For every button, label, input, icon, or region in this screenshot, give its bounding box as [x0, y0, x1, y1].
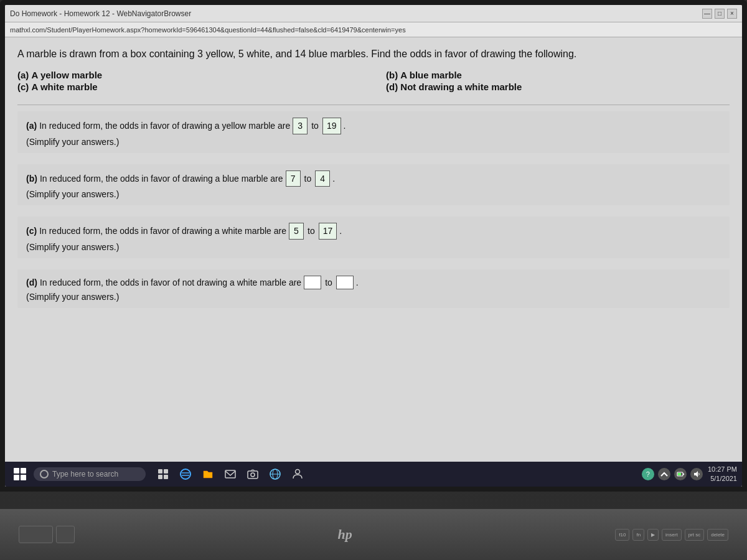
answer-c-val2[interactable]: 17 — [319, 223, 337, 239]
answer-c-text: In reduced form, the odds in favor of dr… — [39, 224, 286, 238]
key-insert: insert — [662, 529, 682, 541]
option-a-text: A yellow marble — [32, 70, 103, 80]
answer-a-label: (a) — [26, 119, 37, 133]
keyboard-left-keys — [19, 526, 75, 543]
answer-d-period: . — [356, 276, 359, 289]
answer-b-label: (b) — [26, 172, 37, 185]
key-prtsc: prt sc — [685, 529, 705, 541]
option-b-text: A blue marble — [400, 70, 462, 80]
minimize-button[interactable]: — — [702, 9, 712, 19]
svg-rect-0 — [158, 469, 162, 474]
win-quad-3 — [14, 475, 19, 480]
answer-b-val1[interactable]: 7 — [286, 170, 301, 187]
divider — [17, 105, 730, 105]
address-bar[interactable]: mathxl.com/Student/PlayerHomework.aspx?h… — [5, 22, 742, 37]
task-view-icon[interactable] — [154, 465, 172, 483]
network-icon[interactable] — [658, 468, 670, 480]
option-c-label: (c) — [17, 82, 32, 92]
taskbar-icons — [154, 465, 306, 483]
answer-c-val1[interactable]: 5 — [289, 223, 304, 239]
answer-a-val2[interactable]: 19 — [322, 118, 341, 134]
start-button[interactable] — [10, 464, 30, 484]
answer-b-to: to — [304, 172, 312, 185]
keyboard-right-keys: f10 fn ▶ insert prt sc delete — [615, 529, 728, 541]
taskbar-right: ? 10:27 PM 5/1/2021 — [642, 465, 737, 484]
answer-a-text: In reduced form, the odds in favor of dr… — [39, 119, 290, 133]
svg-point-4 — [181, 469, 190, 479]
globe-icon[interactable] — [266, 465, 284, 483]
answer-b-text: In reduced form, the odds in favor of dr… — [40, 172, 283, 185]
file-explorer-icon[interactable] — [199, 465, 217, 483]
answer-block-b: (b) In reduced form, the odds in favor o… — [17, 164, 730, 205]
url-text: mathxl.com/Student/PlayerHomework.aspx?h… — [10, 26, 406, 34]
answer-line-c: (c) In reduced form, the odds in favor o… — [26, 223, 721, 239]
option-b: (b) A blue marble — [386, 70, 730, 80]
answer-d-text: In reduced form, the odds in favor of no… — [40, 276, 301, 289]
answer-c-to: to — [308, 224, 315, 238]
clock-date: 5/1/2021 — [708, 474, 737, 483]
option-a-label: (a) — [17, 70, 32, 80]
clock-time: 10:27 PM — [708, 465, 737, 474]
answer-line-a: (a) In reduced form, the odds in favor o… — [26, 118, 721, 134]
option-d-label: (d) — [386, 82, 400, 92]
volume-icon[interactable] — [690, 468, 703, 480]
answer-b-simplify: (Simplify your answers.) — [26, 189, 721, 199]
win-quad-4 — [21, 475, 26, 480]
maximize-button[interactable]: □ — [715, 9, 725, 19]
keyboard-area: hp f10 fn ▶ insert prt sc delete — [0, 509, 747, 560]
screen: Do Homework - Homework 12 - WebNavigator… — [5, 5, 742, 487]
battery-icon[interactable] — [674, 468, 687, 480]
answer-a-period: . — [344, 119, 346, 133]
win-quad-1 — [14, 468, 19, 474]
windows-icon — [14, 468, 26, 480]
option-d-text: Not drawing a white marble — [400, 82, 522, 92]
camera-icon[interactable] — [244, 465, 261, 483]
answer-a-to: to — [311, 119, 319, 133]
answer-line-b: (b) In reduced form, the odds in favor o… — [26, 170, 721, 187]
browser-title: Do Homework - Homework 12 - WebNavigator… — [10, 9, 702, 18]
search-icon — [40, 470, 49, 478]
key-left-1 — [19, 526, 53, 543]
mail-icon[interactable] — [222, 465, 239, 483]
svg-point-7 — [251, 473, 255, 477]
option-c-text: A white marble — [32, 82, 98, 92]
svg-rect-2 — [158, 475, 162, 479]
browser-icon[interactable] — [177, 465, 194, 483]
svg-rect-14 — [678, 473, 681, 475]
answer-b-val2[interactable]: 4 — [315, 170, 330, 187]
sys-tray: ? — [642, 468, 703, 480]
answer-c-simplify: (Simplify your answers.) — [26, 242, 721, 252]
answer-d-input2[interactable] — [336, 276, 354, 289]
system-clock[interactable]: 10:27 PM 5/1/2021 — [708, 465, 737, 484]
win-quad-2 — [21, 468, 26, 474]
option-d: (d) Not drawing a white marble — [386, 82, 730, 92]
svg-rect-6 — [248, 471, 258, 478]
svg-rect-13 — [683, 474, 684, 475]
option-c: (c) A white marble — [17, 82, 361, 92]
answer-d-simplify: (Simplify your answers.) — [26, 292, 721, 302]
answer-line-d: (d) In reduced form, the odds in favor o… — [26, 276, 721, 289]
taskbar: Type here to search — [5, 462, 742, 487]
window-controls: — □ × — [702, 9, 737, 19]
hp-logo: hp — [338, 526, 352, 543]
answer-d-label: (d) — [26, 276, 37, 289]
svg-marker-15 — [694, 471, 698, 477]
answer-block-c: (c) In reduced form, the odds in favor o… — [17, 217, 730, 258]
taskbar-search[interactable]: Type here to search — [34, 467, 146, 481]
title-bar: Do Homework - Homework 12 - WebNavigator… — [5, 5, 742, 22]
laptop-body: Do Homework - Homework 12 - WebNavigator… — [0, 0, 747, 510]
close-button[interactable]: × — [727, 9, 737, 19]
answer-block-d: (d) In reduced form, the odds in favor o… — [17, 269, 730, 308]
key-left-2 — [56, 526, 75, 543]
search-placeholder: Type here to search — [52, 470, 118, 478]
answer-a-simplify: (Simplify your answers.) — [26, 137, 721, 147]
question-icon[interactable]: ? — [642, 468, 654, 480]
answer-d-to: to — [325, 276, 332, 289]
person-icon[interactable] — [289, 465, 306, 483]
svg-rect-5 — [225, 470, 235, 478]
answer-c-period: . — [339, 224, 342, 238]
key-f10: f10 — [615, 529, 629, 541]
answer-a-val1[interactable]: 3 — [293, 118, 308, 134]
answer-d-input1[interactable] — [304, 276, 321, 289]
content-area: A marble is drawn from a box containing … — [5, 37, 742, 487]
